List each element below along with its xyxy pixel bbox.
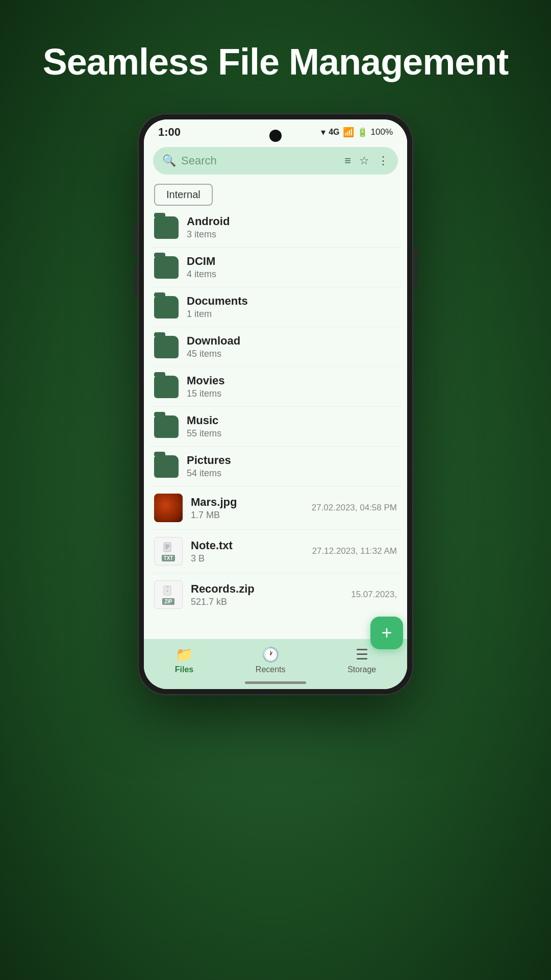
file-info: Documents 1 item xyxy=(187,295,397,320)
recents-nav-icon: 🕐 xyxy=(262,646,280,663)
file-list: Android 3 items DCIM 4 items D xyxy=(144,208,407,639)
file-date: 15.07.2023, xyxy=(351,590,397,600)
file-date: 27.12.2023, 11:32 AM xyxy=(312,546,397,556)
file-size: 3 B xyxy=(191,553,312,564)
file-info: Android 3 items xyxy=(187,215,397,240)
signal-bars-icon: 📶 xyxy=(343,127,354,138)
home-indicator xyxy=(144,678,407,689)
recents-nav-label: Recents xyxy=(256,665,286,674)
file-info: Download 45 items xyxy=(187,334,397,359)
folder-name: Movies xyxy=(187,374,397,387)
folder-name: Download xyxy=(187,334,397,348)
zip-label: ZIP xyxy=(162,598,174,605)
more-options-icon[interactable]: ⋮ xyxy=(378,154,389,167)
battery-icon: 🔋 xyxy=(357,127,368,138)
image-thumbnail xyxy=(154,494,183,522)
file-size: 521.7 kB xyxy=(191,597,351,607)
search-bar[interactable]: 🔍 Search ≡ ☆ ⋮ xyxy=(153,147,398,175)
wifi-icon: ▾ xyxy=(321,127,325,138)
home-bar xyxy=(245,681,306,684)
file-name: Note.txt xyxy=(191,539,312,552)
folder-name: Documents xyxy=(187,295,397,308)
file-info: Note.txt 3 B xyxy=(191,539,312,564)
folder-meta: 54 items xyxy=(187,468,397,479)
file-date: 27.02.2023, 04:58 PM xyxy=(312,503,397,513)
bottom-navigation: 📁 Files 🕐 Recents ☰ Storage xyxy=(144,639,407,678)
nav-item-storage[interactable]: ☰ Storage xyxy=(347,646,376,674)
search-icon: 🔍 xyxy=(162,154,176,167)
file-info: DCIM 4 items xyxy=(187,255,397,280)
folder-name: Android xyxy=(187,215,397,228)
search-input[interactable]: Search xyxy=(181,154,339,167)
page-title: Seamless File Management xyxy=(43,41,508,83)
folder-meta: 1 item xyxy=(187,309,397,320)
files-nav-icon: 📁 xyxy=(176,646,193,663)
internal-tab[interactable]: Internal xyxy=(154,184,213,206)
nav-item-recents[interactable]: 🕐 Recents xyxy=(256,646,286,674)
txt-file-icon: TXT xyxy=(154,537,183,566)
list-item[interactable]: Movies 15 items xyxy=(150,367,401,407)
folder-icon xyxy=(154,336,179,358)
folder-icon xyxy=(154,376,179,398)
folder-icon xyxy=(154,455,179,478)
phone-screen: 1:00 ▾ 4G 📶 🔋 100% 🔍 Search ≡ ☆ ⋮ Inter xyxy=(144,119,407,689)
file-info: Music 55 items xyxy=(187,414,397,439)
file-info: Movies 15 items xyxy=(187,374,397,399)
file-info: Pictures 54 items xyxy=(187,454,397,479)
mars-image xyxy=(154,494,183,522)
signal-4g-icon: 4G xyxy=(329,128,339,137)
file-info: Records.zip 521.7 kB xyxy=(191,582,351,607)
folder-name: DCIM xyxy=(187,255,397,268)
list-item[interactable]: ZIP Records.zip 521.7 kB 15.07.2023, xyxy=(150,573,401,616)
folder-meta: 15 items xyxy=(187,388,397,399)
list-item[interactable]: TXT Note.txt 3 B 27.12.2023, 11:32 AM xyxy=(150,530,401,573)
svg-rect-7 xyxy=(167,590,168,592)
add-fab-button[interactable]: + xyxy=(370,617,403,649)
svg-rect-5 xyxy=(167,586,168,588)
storage-tab-row: Internal xyxy=(144,180,407,208)
folder-icon xyxy=(154,256,179,279)
camera-notch xyxy=(269,130,282,142)
folder-meta: 45 items xyxy=(187,349,397,359)
filter-icon[interactable]: ≡ xyxy=(344,154,351,167)
zip-file-icon: ZIP xyxy=(154,580,183,609)
list-item[interactable]: Mars.jpg 1.7 MB 27.02.2023, 04:58 PM xyxy=(150,486,401,530)
content-area: Internal Android 3 items DCIM 4 ite xyxy=(144,180,407,639)
folder-name: Music xyxy=(187,414,397,427)
document-lines-icon xyxy=(162,542,174,554)
folder-name: Pictures xyxy=(187,454,397,467)
file-info: Mars.jpg 1.7 MB xyxy=(191,496,312,521)
folder-meta: 55 items xyxy=(187,428,397,439)
list-item[interactable]: Android 3 items xyxy=(150,208,401,248)
phone-shell: 1:00 ▾ 4G 📶 🔋 100% 🔍 Search ≡ ☆ ⋮ Inter xyxy=(138,113,413,695)
list-item[interactable]: Music 55 items xyxy=(150,407,401,447)
files-nav-label: Files xyxy=(175,665,193,674)
list-item[interactable]: Pictures 54 items xyxy=(150,447,401,486)
file-name: Records.zip xyxy=(191,582,351,596)
svg-rect-6 xyxy=(167,588,168,590)
zip-document-icon xyxy=(162,585,174,597)
storage-nav-icon: ☰ xyxy=(356,646,368,663)
folder-icon xyxy=(154,415,179,438)
folder-meta: 4 items xyxy=(187,269,397,280)
status-time: 1:00 xyxy=(158,126,181,139)
svg-rect-0 xyxy=(164,543,171,552)
folder-icon xyxy=(154,216,179,239)
nav-item-files[interactable]: 📁 Files xyxy=(175,646,193,674)
battery-percent: 100% xyxy=(371,127,393,137)
list-item[interactable]: DCIM 4 items xyxy=(150,248,401,287)
storage-nav-label: Storage xyxy=(347,665,376,674)
list-item[interactable]: Download 45 items xyxy=(150,327,401,367)
list-item[interactable]: Documents 1 item xyxy=(150,287,401,327)
folder-meta: 3 items xyxy=(187,229,397,240)
folder-icon xyxy=(154,296,179,318)
star-icon[interactable]: ☆ xyxy=(359,154,369,167)
txt-label: TXT xyxy=(162,555,176,561)
status-bar: 1:00 ▾ 4G 📶 🔋 100% xyxy=(144,119,407,143)
search-actions: ≡ ☆ ⋮ xyxy=(344,154,389,167)
status-icons: ▾ 4G 📶 🔋 100% xyxy=(321,127,393,138)
file-size: 1.7 MB xyxy=(191,510,312,521)
file-name: Mars.jpg xyxy=(191,496,312,509)
plus-icon: + xyxy=(381,622,392,644)
